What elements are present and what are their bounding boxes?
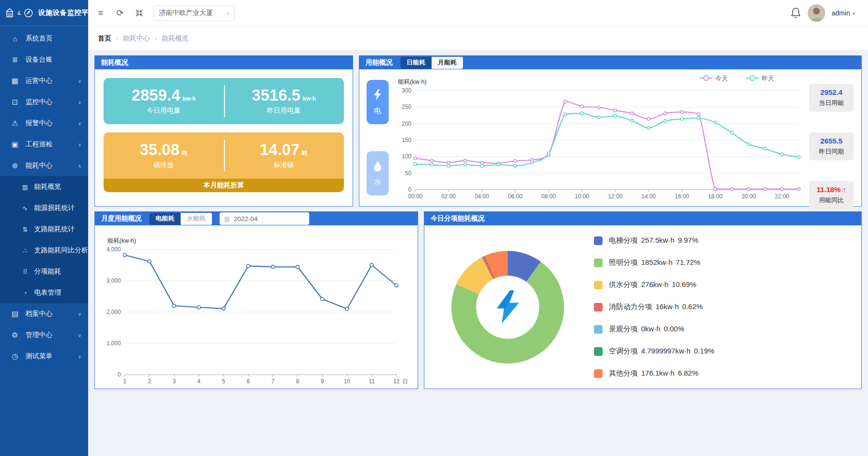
svg-text:3: 3 [172, 378, 176, 385]
legend-item-other: 其他分项 176.1kw·h 6.82% [594, 369, 714, 378]
standard-carbon-label: 标准碳 [274, 161, 294, 169]
svg-text:150: 150 [402, 137, 411, 143]
sidebar-item-label: 能耗中心 [26, 161, 53, 170]
notification-bell-icon[interactable] [790, 7, 801, 19]
svg-text:250: 250 [402, 104, 411, 110]
svg-text:18:00: 18:00 [708, 193, 723, 200]
svg-text:11: 11 [368, 378, 375, 385]
submenu-item-yoy-analysis[interactable]: ∴ 支路能耗同比分析 [0, 240, 88, 261]
sidebar-item-energy-center[interactable]: ⊛ 能耗中心 ∧ [0, 155, 88, 176]
content: 能耗概况 2859.4 kw-h 今日用电量 [88, 50, 868, 456]
user-menu[interactable]: admin ∨ [832, 9, 855, 17]
chevron-down-icon: ∨ [78, 142, 81, 147]
divider [224, 140, 225, 171]
submenu-item-energy-overview[interactable]: ▥ 能耗概览 [0, 176, 88, 197]
carbon-emission-label: 碳排放 [154, 161, 174, 169]
avatar[interactable] [808, 4, 825, 22]
tab-monthly-energy[interactable]: 月能耗 [432, 57, 463, 69]
legend-value: 257.5kw·h [641, 236, 674, 244]
app-root: & 设施设备监控平台 ⌂ 系统首页 ≣ 设备台账 ▦ 运营中心 ∨ ⊡ [0, 0, 868, 456]
legend-item-lighting: 照明分项 1852kw·h 71.72% [594, 258, 714, 267]
carbon-emission-unit: 吨 [182, 149, 188, 157]
breadcrumb-separator: › [155, 35, 157, 42]
svg-text:16:00: 16:00 [675, 193, 689, 200]
legend-item-landscape: 景观分项 0kw·h 0.00% [594, 325, 714, 334]
submenu-item-label: 能源损耗统计 [34, 204, 75, 212]
menu-fold-icon[interactable]: ≡ [96, 8, 105, 18]
sidebar-item-label: 系统首页 [26, 34, 53, 43]
today-electricity-label: 今日用电量 [147, 106, 181, 115]
tab-water-energy[interactable]: 水能耗 [181, 213, 212, 225]
svg-text:2,000: 2,000 [106, 309, 121, 315]
svg-text:02:00: 02:00 [441, 193, 456, 200]
submenu-item-label: 支路能耗同比分析 [34, 246, 88, 255]
lightning-icon [373, 89, 382, 101]
svg-text:10:00: 10:00 [575, 193, 589, 200]
legend-label: 供水分项 [609, 280, 638, 289]
legend-label: 照明分项 [609, 258, 638, 267]
tab-electric-energy[interactable]: 电能耗 [149, 213, 181, 225]
sidebar-item-label: 工程巡检 [26, 140, 53, 149]
sidebar-item-test-menu[interactable]: ◷ 测试菜单 ∨ [0, 346, 88, 367]
svg-text:12: 12 [393, 378, 400, 385]
svg-text:200: 200 [402, 120, 411, 127]
energy-overview-body: 2859.4 kw-h 今日用电量 3516.5 kw-h [95, 69, 353, 206]
exit-fullscreen-icon[interactable] [134, 9, 144, 17]
alarm-icon: ⚠ [11, 119, 19, 128]
sidebar-item-operations[interactable]: ▦ 运营中心 ∨ [0, 70, 88, 91]
sidebar-item-admin-center[interactable]: ⚙ 管理中心 ∨ [0, 325, 88, 346]
submenu-item-branch-stats[interactable]: ⇅ 支路能耗统计 [0, 219, 88, 240]
svg-text:20:00: 20:00 [741, 193, 756, 200]
sidebar-item-monitoring[interactable]: ⊡ 监控中心 ∨ [0, 91, 88, 113]
legend-percent: 10.69% [672, 280, 697, 288]
refresh-icon[interactable]: ⟳ [115, 8, 125, 18]
sidebar-item-alarm[interactable]: ⚠ 报警中心 ∨ [0, 113, 88, 134]
legend-percent: 0.19% [694, 347, 715, 355]
sidebar-item-inspection[interactable]: ▣ 工程巡检 ∨ [0, 134, 88, 155]
svg-text:06:00: 06:00 [508, 193, 523, 200]
submenu-item-subitem-energy[interactable]: ⠿ 分项能耗 [0, 261, 88, 282]
chevron-down-icon: ∨ [78, 333, 81, 338]
sidebar-item-archive[interactable]: ▤ 档案中心 ∨ [0, 303, 88, 325]
legend-percent: 9.97% [678, 236, 698, 244]
chevron-down-icon: ∨ [78, 312, 81, 317]
svg-text:8: 8 [296, 378, 300, 385]
chevron-down-icon: ∨ [852, 11, 855, 16]
legend-label: 景观分项 [609, 325, 638, 334]
electricity-label: 电 [374, 106, 381, 116]
water-drop-icon [373, 160, 382, 172]
svg-text:7: 7 [271, 378, 275, 385]
submenu-item-energy-loss[interactable]: ∿ 能源损耗统计 [0, 197, 88, 219]
tab-daily-energy[interactable]: 日能耗 [400, 57, 432, 69]
electricity-medium-button[interactable]: 电 [367, 80, 389, 124]
svg-text:3,000: 3,000 [106, 277, 121, 284]
submenu-item-label: 电表管理 [34, 288, 61, 297]
subitem-energy-panel: 今日分项能耗概况 [424, 211, 862, 389]
svg-text:4: 4 [197, 378, 200, 385]
today-electricity-value: 2859.4 [132, 87, 180, 103]
legend-chip [594, 303, 603, 312]
month-picker[interactable]: ▦ 2022-04 [220, 212, 309, 225]
emblem-icon [5, 8, 14, 18]
topbar: ≡ ⟳ 济南中欧产业大厦 ∨ [88, 0, 868, 26]
today-usage-value: 2952.4 [811, 88, 852, 96]
home-icon: ⌂ [11, 35, 19, 43]
bar-chart-icon: ▥ [21, 183, 29, 191]
water-medium-button[interactable]: 水 [367, 151, 389, 195]
ledger-icon: ≣ [11, 55, 19, 64]
sidebar-item-home[interactable]: ⌂ 系统首页 [0, 28, 88, 49]
energy-overview-header: 能耗概况 [95, 56, 353, 69]
sidebar-item-label: 档案中心 [26, 310, 53, 318]
building-select[interactable]: 济南中欧产业大厦 ∨ [154, 5, 235, 21]
breadcrumb-energy-center[interactable]: 能耗中心 [123, 34, 150, 43]
monthly-conversion-bar[interactable]: 本月能耗折算 [104, 179, 344, 192]
sidebar-item-equipment-ledger[interactable]: ≣ 设备台账 [0, 49, 88, 70]
svg-text:6: 6 [247, 378, 250, 385]
submenu-item-meter-management[interactable]: ◔ 电表管理 [0, 282, 88, 303]
electric-water-toggle: 电能耗 水能耗 [149, 213, 212, 225]
yesterday-same-period-value: 2655.5 [811, 137, 852, 145]
breadcrumb-home[interactable]: 首页 [98, 34, 111, 43]
yesterday-electricity-label: 昨日用电量 [267, 106, 301, 115]
daily-usage-body: 电 水 05010015020025030000:0002:0004:0006:… [359, 69, 861, 206]
legend-label: 消防动力分项 [609, 302, 652, 312]
